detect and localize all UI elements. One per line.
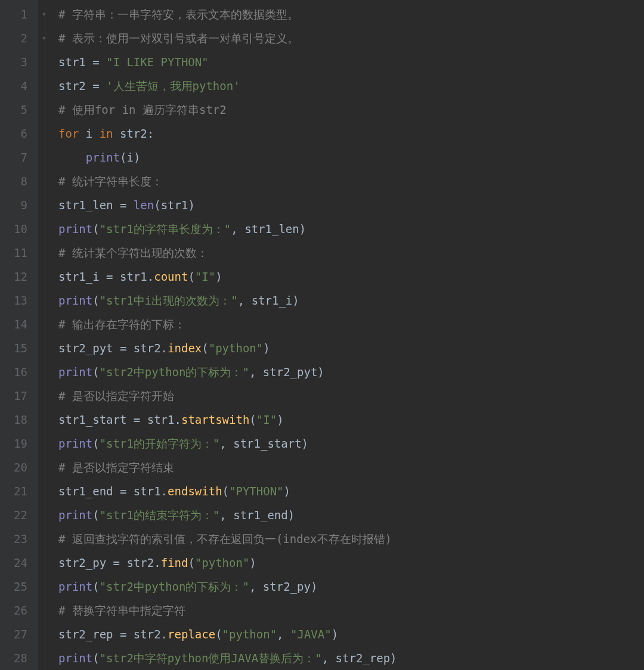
code-token: . — [161, 342, 168, 355]
fold-marker-icon[interactable]: ▾ — [42, 26, 47, 50]
code-line[interactable]: # 是否以指定字符开始 — [58, 384, 644, 408]
code-token: # 返回查找字符的索引值，不存在返回负一(index不存在时报错) — [58, 532, 392, 545]
code-line[interactable]: # 返回查找字符的索引值，不存在返回负一(index不存在时报错) — [58, 527, 644, 551]
code-token: ) — [299, 222, 306, 235]
code-token: str1_i — [58, 270, 106, 283]
code-area[interactable]: # 字符串：一串字符安，表示文本的数据类型。# 表示：使用一对双引号或者一对单引… — [55, 0, 644, 670]
code-token: ) — [188, 198, 194, 212]
code-token: replace — [168, 628, 215, 641]
line-number: 10 — [0, 217, 27, 241]
code-line[interactable]: str2 = '人生苦短，我用python' — [58, 74, 644, 98]
code-line[interactable]: print("str1的字符串长度为：", str1_len) — [58, 217, 644, 241]
code-line[interactable]: print("str2中python的下标为：", str2_pyt) — [58, 360, 644, 384]
code-token: # 字符串：一串字符安，表示文本的数据类型。 — [58, 8, 299, 21]
code-line[interactable]: print("str2中字符python使用JAVA替换后为：", str2_r… — [58, 646, 644, 670]
line-number: 12 — [0, 265, 27, 289]
code-line[interactable]: # 替换字符串中指定字符 — [58, 598, 644, 622]
code-token: str1 — [147, 413, 175, 426]
code-token: . — [175, 413, 181, 426]
code-line[interactable]: str1_i = str1.count("I") — [58, 265, 644, 289]
code-token: count — [154, 270, 188, 283]
line-number: 18 — [0, 408, 27, 432]
code-token: print — [86, 151, 120, 164]
code-token: . — [161, 485, 168, 498]
code-token: str2 — [134, 342, 161, 355]
code-token: ) — [263, 342, 270, 355]
code-line[interactable]: # 使用for in 遍历字符串str2 — [58, 98, 644, 122]
code-token: , — [249, 580, 263, 593]
code-line[interactable]: print("str1的开始字符为：", str1_start) — [58, 432, 644, 455]
line-number: 27 — [0, 622, 27, 646]
code-token: str1_len — [58, 198, 120, 212]
code-line[interactable]: for i in str2: — [58, 122, 644, 145]
code-token: print — [58, 437, 92, 450]
code-line[interactable]: # 字符串：一串字符安，表示文本的数据类型。 — [58, 2, 644, 26]
code-token: str2 — [126, 556, 154, 569]
fold-marker-icon[interactable]: ▾ — [42, 2, 47, 26]
line-number: 23 — [0, 527, 27, 551]
code-line[interactable]: # 输出存在字符的下标： — [58, 312, 644, 336]
code-token: ( — [222, 485, 229, 498]
code-token: , — [219, 437, 233, 450]
code-line[interactable]: print("str2中python的下标为：", str2_py) — [58, 575, 644, 598]
code-token: str2_pyt — [263, 365, 318, 379]
code-token: len — [134, 198, 154, 212]
code-token: print — [58, 508, 92, 522]
code-line[interactable]: print("str1中i出现的次数为：", str1_i) — [58, 289, 644, 312]
code-token: "python" — [209, 342, 264, 355]
code-token: ( — [215, 628, 222, 641]
code-token: , — [277, 628, 290, 641]
code-token: "str2中python的下标为：" — [100, 365, 249, 379]
code-line[interactable]: # 表示：使用一对双引号或者一对单引号定义。 — [58, 26, 644, 50]
line-number: 26 — [0, 598, 27, 622]
code-line[interactable]: print(i) — [58, 145, 644, 169]
code-token: ) — [302, 437, 308, 450]
code-token: str2 — [120, 127, 147, 140]
code-token: "JAVA" — [290, 628, 332, 641]
code-token: ( — [92, 222, 99, 235]
code-line[interactable]: str1_start = str1.startswith("I") — [58, 408, 644, 432]
line-number: 25 — [0, 575, 27, 598]
code-token: print — [58, 294, 92, 307]
code-token: print — [58, 365, 92, 379]
code-token: str1 — [58, 55, 92, 69]
code-line[interactable]: str2_pyt = str2.index("python") — [58, 336, 644, 360]
code-token: ( — [202, 342, 208, 355]
code-line[interactable]: str1 = "I LIKE PYTHON" — [58, 50, 644, 74]
code-token: "str1的结束字符为：" — [100, 508, 220, 522]
line-number: 11 — [0, 241, 27, 265]
line-number: 22 — [0, 503, 27, 527]
code-token: ( — [188, 270, 194, 283]
code-token: : — [147, 127, 154, 140]
code-editor[interactable]: 1234567891011121314151617181920212223242… — [0, 0, 644, 670]
code-line[interactable]: str2_rep = str2.replace("python", "JAVA"… — [58, 622, 644, 646]
code-token: str1_end — [58, 485, 120, 498]
code-token: ( — [92, 437, 99, 450]
code-line[interactable]: str1_len = len(str1) — [58, 193, 644, 217]
code-line[interactable]: print("str1的结束字符为：", str1_end) — [58, 503, 644, 527]
code-line[interactable]: str1_end = str1.endswith("PYTHON") — [58, 479, 644, 503]
code-token: str1_len — [244, 222, 299, 235]
code-token: ) — [249, 556, 256, 569]
code-token: "I" — [256, 413, 277, 426]
code-line[interactable]: str2_py = str2.find("python") — [58, 551, 644, 575]
code-token: ) — [215, 270, 222, 283]
code-token: str1 — [161, 198, 188, 212]
code-token: str1 — [120, 270, 147, 283]
code-token: ( — [92, 508, 99, 522]
code-token: str2_py — [58, 556, 113, 569]
code-token: str2_pyt — [58, 342, 120, 355]
code-line[interactable]: # 统计某个字符出现的次数： — [58, 241, 644, 265]
code-line[interactable]: # 统计字符串长度： — [58, 169, 644, 193]
line-number: 16 — [0, 360, 27, 384]
code-token: = — [120, 485, 134, 498]
code-token: str2_rep — [58, 628, 120, 641]
code-token: "I" — [195, 270, 215, 283]
code-line[interactable]: # 是否以指定字符结束 — [58, 455, 644, 479]
line-number: 9 — [0, 193, 27, 217]
code-token: ( — [92, 294, 99, 307]
code-token: = — [120, 198, 134, 212]
code-token: str2 — [134, 628, 161, 641]
code-token: , — [322, 652, 336, 665]
line-number: 28 — [0, 646, 27, 670]
